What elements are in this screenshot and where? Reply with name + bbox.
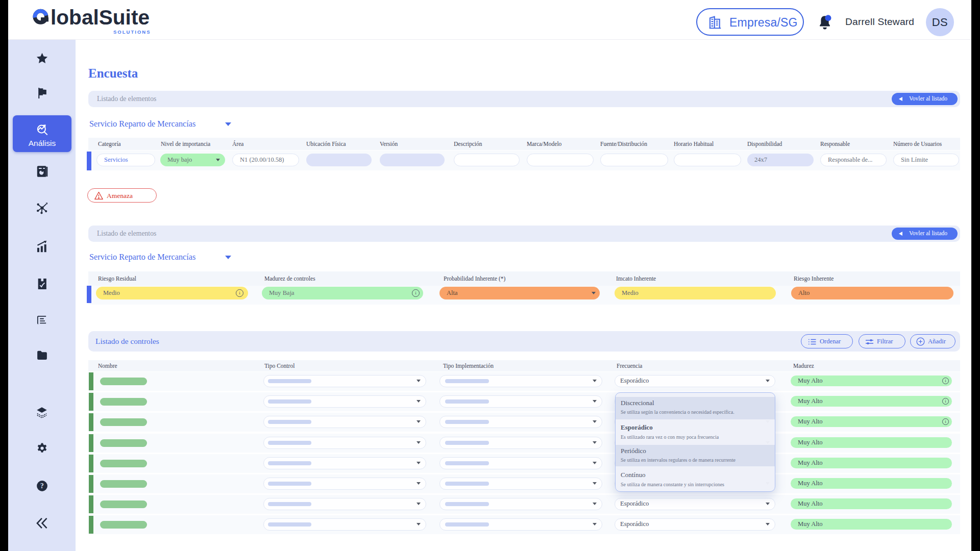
svg-text:?: ? <box>40 482 44 490</box>
svg-text:SOLUTIONS: SOLUTIONS <box>113 29 150 35</box>
svg-text:lobalSuite: lobalSuite <box>51 6 150 29</box>
